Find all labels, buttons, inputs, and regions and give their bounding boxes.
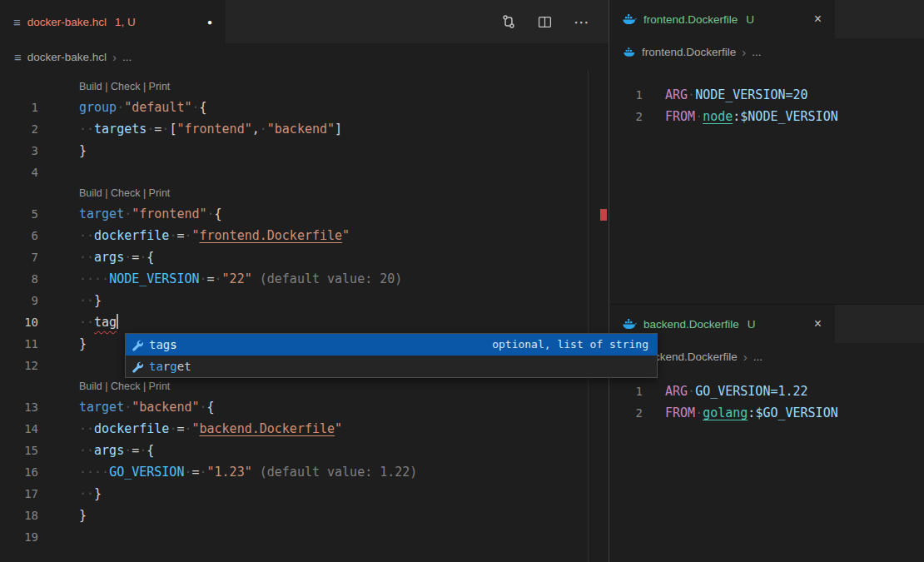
- more-actions-icon[interactable]: ⋯: [574, 12, 590, 32]
- tab-label: backend.Dockerfile: [643, 318, 739, 331]
- suggestion-detail: optional, list of string: [492, 334, 648, 356]
- file-link[interactable]: backend.Dockerfile: [200, 421, 335, 436]
- line-number: 3: [0, 140, 38, 162]
- overview-ruler-error-marker[interactable]: [600, 209, 607, 221]
- codelens-actions[interactable]: Build | Check | Print: [79, 77, 609, 97]
- dirty-indicator[interactable]: ●: [207, 17, 212, 27]
- close-icon[interactable]: ×: [814, 317, 822, 331]
- editor-frontend-dockerfile: 1ARG·NODE_VERSION=202FROM·node:$NODE_VER…: [609, 66, 924, 127]
- chevron-right-icon: ›: [112, 50, 117, 64]
- vscode-workbench: ≡ docker-bake.hcl 1, U ●: [0, 0, 924, 562]
- git-compare-icon[interactable]: [501, 14, 516, 29]
- line-number: 1: [609, 84, 643, 106]
- pane-frontend-dockerfile: frontend.Dockerfile U × frontend.Dockerf…: [609, 0, 924, 304]
- breadcrumb-more[interactable]: ...: [753, 351, 763, 363]
- docker-whale-icon: [623, 14, 637, 25]
- property-wrench-icon: [131, 339, 143, 351]
- line-number: 19: [0, 526, 38, 548]
- line-number: 4: [0, 162, 38, 183]
- tab-label: docker-bake.hcl: [27, 16, 107, 28]
- split-editor-icon[interactable]: [538, 15, 552, 29]
- tab-docker-bake-hcl[interactable]: ≡ docker-bake.hcl 1, U ●: [0, 0, 226, 43]
- suggestion-item-tags[interactable]: tags optional, list of string: [126, 334, 657, 356]
- editor-group-right: frontend.Dockerfile U × frontend.Dockerf…: [609, 0, 924, 562]
- line-number: 2: [609, 106, 643, 127]
- tab-frontend-dockerfile[interactable]: frontend.Dockerfile U ×: [609, 0, 836, 38]
- code-line[interactable]: 1ARG·GO_VERSION=1.22: [609, 380, 924, 402]
- code-line[interactable]: 1group·"default"·{: [0, 97, 609, 118]
- code-line[interactable]: 2FROM·node:$NODE_VERSION: [609, 106, 924, 127]
- hcl-file-icon: ≡: [14, 50, 22, 64]
- code-line[interactable]: 18}: [0, 505, 609, 526]
- breadcrumb: frontend.Dockerfile › ...: [609, 38, 924, 66]
- line-number: 1: [0, 97, 38, 118]
- code-line[interactable]: 8····NODE_VERSION·=·"22" (default value:…: [0, 268, 609, 290]
- code-line[interactable]: 16····GO_VERSION·=·"1.23" (default value…: [0, 461, 609, 483]
- file-link[interactable]: golang: [703, 405, 748, 420]
- file-link[interactable]: frontend.Dockerfile: [200, 228, 343, 243]
- file-link[interactable]: node: [703, 109, 733, 124]
- codelens-actions[interactable]: Build | Check | Print: [79, 376, 609, 396]
- docker-whale-icon: [623, 47, 636, 57]
- line-number: 12: [0, 355, 38, 376]
- line-number: 14: [0, 418, 38, 440]
- line-number: 11: [0, 333, 38, 355]
- code-line[interactable]: 1ARG·NODE_VERSION=20: [609, 84, 924, 106]
- chevron-right-icon: ›: [742, 45, 746, 59]
- line-number: 5: [0, 203, 38, 225]
- line-number: 6: [0, 225, 38, 246]
- line-number: 17: [0, 483, 38, 505]
- line-number: 16: [0, 461, 38, 483]
- git-status-badge: U: [748, 318, 756, 331]
- line-number: 1: [609, 380, 643, 402]
- code-line[interactable]: 4: [0, 162, 609, 183]
- code-line[interactable]: 10··tag: [0, 311, 609, 333]
- breadcrumb: ≡ docker-bake.hcl › ...: [0, 43, 609, 71]
- code-line[interactable]: 2··targets·=·["frontend",·"backend"]: [0, 118, 609, 140]
- breadcrumb-file[interactable]: frontend.Dockerfile: [642, 46, 736, 58]
- code-line[interactable]: 5target·"frontend"·{: [0, 203, 609, 225]
- editor-backend-dockerfile: 1ARG·GO_VERSION=1.222FROM·golang:$GO_VER…: [609, 371, 924, 424]
- editor-group-left: ≡ docker-bake.hcl 1, U ●: [0, 0, 609, 562]
- code-line[interactable]: 2FROM·golang:$GO_VERSION: [609, 402, 924, 424]
- line-number: 2: [0, 118, 38, 140]
- line-number: 18: [0, 505, 38, 526]
- code-line[interactable]: 19: [0, 526, 609, 548]
- codelens-actions[interactable]: Build | Check | Print: [79, 183, 609, 203]
- line-number: 8: [0, 268, 38, 290]
- code-line[interactable]: 7··args·=·{: [0, 246, 609, 268]
- code-line[interactable]: 6··dockerfile·=·"frontend.Dockerfile": [0, 225, 609, 246]
- breadcrumb-more[interactable]: ...: [752, 46, 761, 58]
- chevron-right-icon: ›: [743, 350, 748, 364]
- editor-docker-bake: Build | Check | Print1group·"default"·{2…: [0, 71, 609, 548]
- tab-problems-git-badge: 1, U: [115, 16, 136, 28]
- close-icon[interactable]: ×: [814, 12, 822, 26]
- line-number: 15: [0, 440, 38, 461]
- editor-decoration-border: [588, 71, 589, 562]
- breadcrumb-file[interactable]: docker-bake.hcl: [27, 51, 107, 63]
- suggestion-item-target[interactable]: target: [126, 356, 657, 377]
- line-number: 9: [0, 290, 38, 311]
- breadcrumb-more[interactable]: ...: [122, 51, 132, 63]
- code-line[interactable]: 9··}: [0, 290, 609, 311]
- code-line[interactable]: 17··}: [0, 483, 609, 505]
- code-line[interactable]: 15··args·=·{: [0, 440, 609, 461]
- text-cursor: [117, 314, 118, 329]
- line-number: 2: [609, 402, 643, 424]
- frontend-tab-bar: frontend.Dockerfile U ×: [609, 0, 924, 38]
- property-wrench-icon: [131, 361, 143, 373]
- line-number: 7: [0, 246, 38, 268]
- git-status-badge: U: [746, 13, 754, 26]
- tab-label: frontend.Dockerfile: [643, 13, 738, 26]
- editor-actions: ⋯: [501, 0, 609, 43]
- line-number: 10: [0, 311, 38, 333]
- suggestion-label: tags: [149, 334, 177, 356]
- suggest-widget: tags optional, list of string target: [125, 333, 658, 378]
- hcl-file-icon: ≡: [13, 15, 21, 29]
- suggestion-label: target: [149, 356, 191, 377]
- line-number: 13: [0, 396, 38, 418]
- code-line[interactable]: 14··dockerfile·=·"backend.Dockerfile": [0, 418, 609, 440]
- code-line[interactable]: 3}: [0, 140, 609, 162]
- left-tab-bar: ≡ docker-bake.hcl 1, U ●: [0, 0, 609, 43]
- code-line[interactable]: 13target·"backend"·{: [0, 396, 609, 418]
